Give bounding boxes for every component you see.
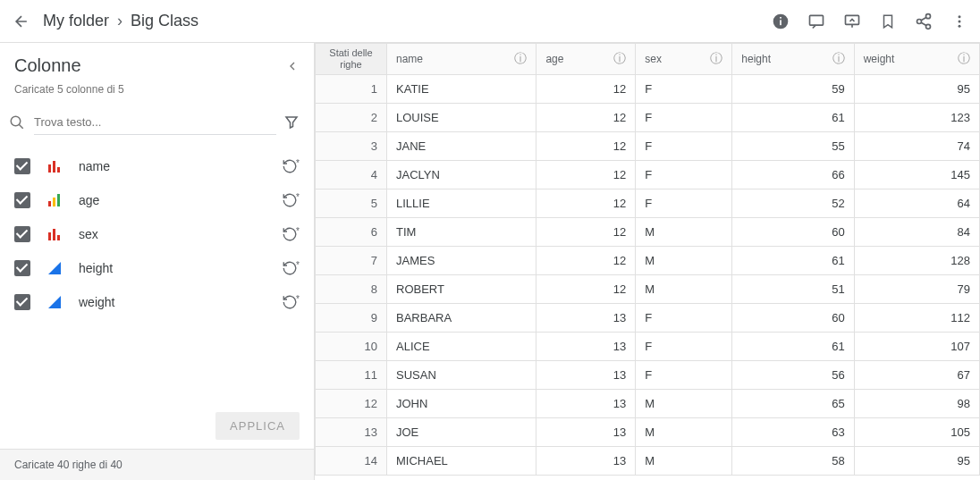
- cell-age[interactable]: 13: [536, 390, 636, 418]
- info-icon[interactable]: [771, 12, 790, 31]
- cell-height[interactable]: 65: [732, 390, 854, 418]
- column-refresh-icon[interactable]: *: [282, 226, 300, 242]
- table-row[interactable]: 2LOUISE12F61123: [316, 104, 980, 132]
- cell-sex[interactable]: F: [636, 304, 732, 333]
- cell-sex[interactable]: F: [636, 333, 732, 361]
- cell-sex[interactable]: F: [636, 189, 732, 218]
- table-row[interactable]: 5LILLIE12F5264: [316, 189, 980, 218]
- cell-height[interactable]: 63: [732, 418, 854, 447]
- table-row[interactable]: 1KATIE12F5995: [316, 75, 980, 104]
- cell-name[interactable]: JANE: [387, 132, 536, 161]
- table-row[interactable]: 3JANE12F5574: [316, 132, 980, 161]
- cell-sex[interactable]: F: [636, 161, 732, 189]
- column-checkbox[interactable]: [14, 294, 30, 310]
- cell-name[interactable]: ALICE: [387, 333, 536, 361]
- cell-name[interactable]: JACLYN: [387, 161, 536, 189]
- cell-weight[interactable]: 145: [854, 161, 979, 189]
- column-refresh-icon[interactable]: *: [282, 192, 300, 208]
- cell-sex[interactable]: M: [636, 390, 732, 418]
- cell-height[interactable]: 60: [732, 218, 854, 247]
- cell-age[interactable]: 12: [536, 104, 636, 132]
- column-checkbox[interactable]: [14, 260, 30, 276]
- cell-age[interactable]: 12: [536, 75, 636, 104]
- comment-icon[interactable]: [807, 12, 826, 31]
- table-row[interactable]: 11SUSAN13F5667: [316, 361, 980, 390]
- cell-name[interactable]: MICHAEL: [387, 447, 536, 476]
- cell-name[interactable]: BARBARA: [387, 304, 536, 333]
- cell-sex[interactable]: F: [636, 75, 732, 104]
- cell-weight[interactable]: 64: [854, 189, 979, 218]
- column-refresh-icon[interactable]: *: [282, 158, 300, 174]
- cell-weight[interactable]: 98: [854, 390, 979, 418]
- column-label[interactable]: height: [79, 261, 266, 275]
- cell-age[interactable]: 12: [536, 132, 636, 161]
- cell-name[interactable]: JOHN: [387, 390, 536, 418]
- cell-age[interactable]: 12: [536, 247, 636, 275]
- cell-age[interactable]: 13: [536, 361, 636, 390]
- table-row[interactable]: 4JACLYN12F66145: [316, 161, 980, 189]
- cell-height[interactable]: 55: [732, 132, 854, 161]
- share-icon[interactable]: [914, 12, 934, 31]
- cell-age[interactable]: 12: [536, 189, 636, 218]
- table-row[interactable]: 8ROBERT12M5179: [316, 275, 980, 304]
- column-info-icon[interactable]: ⓘ: [514, 51, 527, 67]
- cell-weight[interactable]: 84: [854, 218, 979, 247]
- cell-name[interactable]: ROBERT: [387, 275, 536, 304]
- cell-height[interactable]: 60: [732, 304, 854, 333]
- cell-age[interactable]: 13: [536, 418, 636, 447]
- cell-name[interactable]: TIM: [387, 218, 536, 247]
- cell-sex[interactable]: M: [636, 418, 732, 447]
- search-input[interactable]: [34, 110, 276, 135]
- cell-height[interactable]: 52: [732, 189, 854, 218]
- cell-weight[interactable]: 67: [854, 361, 979, 390]
- cell-age[interactable]: 13: [536, 304, 636, 333]
- filter-icon[interactable]: [283, 114, 300, 131]
- column-header[interactable]: sexⓘ: [636, 44, 732, 75]
- cell-weight[interactable]: 105: [854, 418, 979, 447]
- cell-sex[interactable]: M: [636, 247, 732, 275]
- cell-sex[interactable]: F: [636, 361, 732, 390]
- table-row[interactable]: 12JOHN13M6598: [316, 390, 980, 418]
- column-header[interactable]: heightⓘ: [732, 44, 854, 75]
- cell-sex[interactable]: M: [636, 447, 732, 476]
- column-label[interactable]: name: [79, 159, 266, 173]
- cell-name[interactable]: JAMES: [387, 247, 536, 275]
- cell-weight[interactable]: 79: [854, 275, 979, 304]
- cell-height[interactable]: 58: [732, 447, 854, 476]
- table-row[interactable]: 7JAMES12M61128: [316, 247, 980, 275]
- cell-weight[interactable]: 112: [854, 304, 979, 333]
- table-row[interactable]: 10ALICE13F61107: [316, 333, 980, 361]
- cell-height[interactable]: 51: [732, 275, 854, 304]
- column-label[interactable]: weight: [79, 295, 266, 309]
- breadcrumb-item[interactable]: Big Class: [131, 12, 199, 29]
- cell-age[interactable]: 12: [536, 218, 636, 247]
- column-header[interactable]: nameⓘ: [387, 44, 536, 75]
- table-row[interactable]: 13JOE13M63105: [316, 418, 980, 447]
- cell-weight[interactable]: 123: [854, 104, 979, 132]
- column-info-icon[interactable]: ⓘ: [710, 51, 722, 67]
- cell-name[interactable]: LOUISE: [387, 104, 536, 132]
- cell-height[interactable]: 61: [732, 247, 854, 275]
- present-icon[interactable]: [842, 12, 862, 31]
- back-arrow-icon[interactable]: [11, 11, 32, 32]
- column-refresh-icon[interactable]: *: [282, 260, 300, 276]
- column-label[interactable]: age: [79, 193, 266, 207]
- rowstate-header[interactable]: Stati delle righe: [316, 44, 387, 75]
- cell-name[interactable]: KATIE: [387, 75, 536, 104]
- breadcrumb-folder[interactable]: My folder: [43, 12, 109, 29]
- cell-height[interactable]: 66: [732, 161, 854, 189]
- cell-height[interactable]: 56: [732, 361, 854, 390]
- cell-weight[interactable]: 107: [854, 333, 979, 361]
- cell-sex[interactable]: F: [636, 104, 732, 132]
- column-refresh-icon[interactable]: *: [282, 294, 300, 310]
- table-row[interactable]: 14MICHAEL13M5895: [316, 447, 980, 476]
- cell-age[interactable]: 13: [536, 447, 636, 476]
- bookmark-icon[interactable]: [878, 12, 898, 31]
- column-checkbox[interactable]: [14, 192, 30, 208]
- cell-age[interactable]: 13: [536, 333, 636, 361]
- column-header[interactable]: ageⓘ: [536, 44, 636, 75]
- cell-age[interactable]: 12: [536, 161, 636, 189]
- cell-name[interactable]: JOE: [387, 418, 536, 447]
- column-label[interactable]: sex: [79, 227, 266, 241]
- cell-height[interactable]: 61: [732, 333, 854, 361]
